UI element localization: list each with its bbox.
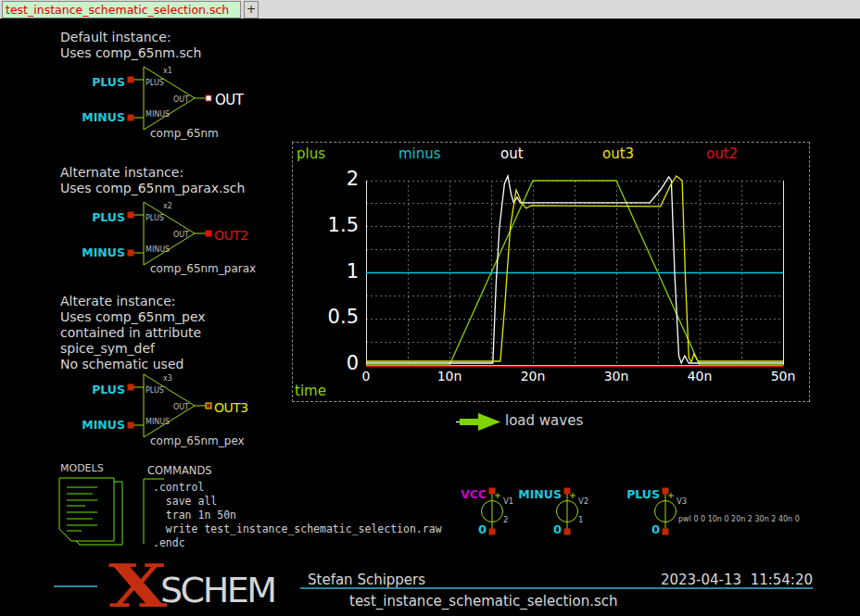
waveform-plot-area	[293, 143, 807, 399]
instance2-name: comp_65nm_parax	[150, 262, 256, 275]
pin-out-x3	[206, 403, 211, 409]
net-label-minus-2[interactable]: MINUS	[61, 245, 125, 259]
footer-datetime: 2023-04-13 11:54:20	[602, 572, 813, 588]
pin-label-plus-1: PLUS	[145, 79, 164, 88]
vsource-v3-ground[interactable]: 0	[651, 522, 660, 537]
x-tick: 40n	[677, 369, 723, 383]
pin-plus-x3	[128, 384, 133, 390]
designator-x3: x3	[163, 374, 172, 383]
pin-plus-x2	[128, 212, 133, 218]
x-tick: 20n	[510, 369, 556, 383]
pin-out-x1	[206, 95, 211, 101]
instance1-heading-line2: Uses comp_65nm.sch	[60, 45, 201, 61]
instance2-heading-line1: Alternate instance:	[60, 165, 183, 181]
instance2-heading-line2: Uses comp_65nm_parax.sch	[60, 181, 245, 196]
x-tick: 0	[343, 369, 389, 383]
pin-minus-x3	[128, 422, 133, 428]
footer-author: Stefan Schippers	[308, 572, 425, 588]
net-label-out-1[interactable]: OUT	[215, 92, 243, 108]
legend-out[interactable]: out	[500, 145, 524, 162]
load-waves-arrow-icon[interactable]	[456, 413, 500, 431]
models-label: MODELS	[60, 462, 104, 474]
designator-x1: x1	[163, 67, 172, 76]
y-tick: 1	[322, 260, 359, 283]
instance3-heading-line2: Uses comp_65nm_pex	[60, 309, 206, 325]
x-tick: 10n	[426, 369, 473, 383]
x-axis-title: time	[295, 383, 326, 399]
y-tick: 2	[322, 168, 359, 190]
legend-out2[interactable]: out2	[706, 145, 738, 162]
net-label-minus-1[interactable]: MINUS	[61, 110, 125, 124]
vsource-v2-ground[interactable]: 0	[553, 522, 562, 537]
x-tick: 50n	[760, 369, 806, 383]
y-tick: 0.5	[322, 306, 359, 328]
command-line-5: .endc	[153, 537, 185, 550]
vsource-v2-value: 1	[578, 515, 583, 524]
pin-label-plus-3: PLUS	[145, 386, 164, 396]
instance1-name: comp_65nm	[150, 127, 219, 140]
command-line-1: .control	[153, 482, 204, 495]
net-label-plus-1[interactable]: PLUS	[61, 75, 125, 89]
xschem-logo-x: X	[108, 551, 167, 616]
net-label-out3[interactable]: OUT3	[214, 400, 248, 416]
instance1-heading-line1: Default instance:	[60, 30, 171, 45]
footer-filename: test_instance_schematic_selection.sch	[349, 593, 618, 610]
net-label-minus-3[interactable]: MINUS	[61, 418, 125, 432]
instance3-heading-line3: contained in attribute	[60, 325, 201, 341]
net-label-out2[interactable]: OUT2	[214, 228, 248, 244]
command-line-2: save all	[153, 496, 217, 509]
vsource-v1-label[interactable]: VCC	[412, 487, 487, 501]
net-label-plus-2[interactable]: PLUS	[61, 210, 125, 224]
models-icon[interactable]	[59, 478, 122, 545]
legend-out3[interactable]: out3	[602, 145, 634, 162]
pin-label-out-1: OUT	[162, 95, 189, 105]
vsource-v1-ground[interactable]: 0	[478, 522, 487, 537]
pin-out-x2	[206, 231, 211, 236]
designator-x2: x2	[163, 202, 172, 211]
pin-label-plus-2: PLUS	[145, 214, 164, 223]
command-line-4: write test_instance_schematic_selection.…	[153, 523, 442, 536]
waveform-graph[interactable]: plusminusoutout3out2 00.511.52 010n20n30…	[292, 142, 810, 402]
vsource-v1-value: 2	[503, 515, 508, 524]
instance3-name: comp_65nm_pex	[150, 434, 245, 447]
instance3-heading-line4: spice_sym_def	[60, 341, 155, 357]
xschem-window: test_instance_schematic_selection.sch +	[0, 0, 860, 616]
xschem-logo-text: SCHEM	[160, 570, 275, 612]
vsource-v2-label[interactable]: MINUS	[487, 487, 562, 501]
load-waves-label[interactable]: load waves	[505, 412, 583, 429]
pin-label-minus-1: MINUS	[145, 110, 170, 119]
vsource-v3-ref: V3	[677, 497, 687, 506]
commands-label: COMMANDS	[147, 465, 212, 478]
instance3-heading-line5: No schematic used	[60, 357, 183, 372]
pin-label-out-3: OUT	[162, 403, 189, 412]
legend-minus[interactable]: minus	[398, 145, 441, 162]
pin-minus-x2	[128, 250, 133, 256]
pin-plus-x1	[128, 77, 133, 82]
pin-minus-x1	[128, 115, 133, 120]
pin-label-minus-2: MINUS	[145, 245, 170, 255]
pin-label-minus-3: MINUS	[145, 418, 170, 427]
instance3-heading-line1: Alterate instance:	[60, 294, 175, 309]
vsource-v3-label[interactable]: PLUS	[586, 487, 660, 501]
pin-label-out-2: OUT	[162, 231, 189, 240]
net-label-plus-3[interactable]: PLUS	[61, 383, 125, 396]
vsource-v3-value: pwl 0 0 10n 0 20n 2 30n 2 40n 0	[678, 515, 800, 524]
command-line-3: tran 1n 50n	[153, 509, 236, 522]
legend-plus[interactable]: plus	[297, 145, 325, 162]
y-tick: 1.5	[322, 214, 359, 236]
x-tick: 30n	[593, 369, 639, 383]
